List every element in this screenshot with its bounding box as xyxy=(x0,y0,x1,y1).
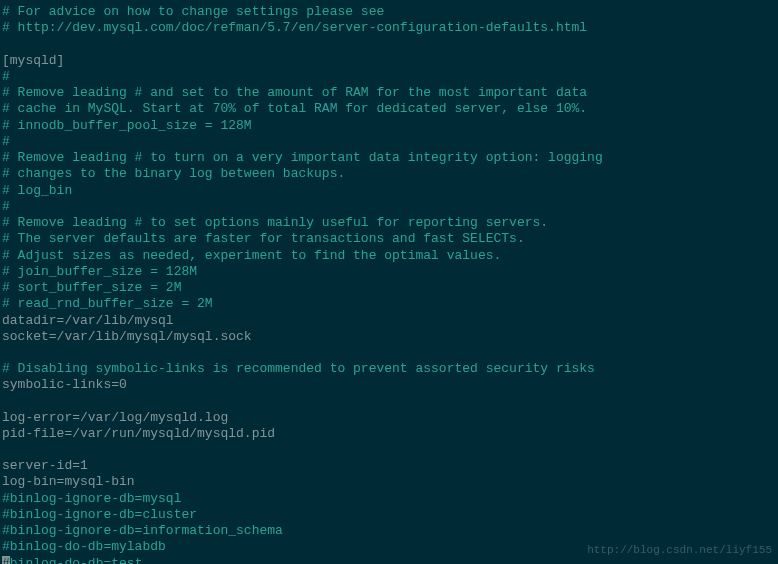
cursor: # xyxy=(2,556,10,565)
config-line: [mysqld] xyxy=(2,53,776,69)
config-line: # xyxy=(2,199,776,215)
config-line: # innodb_buffer_pool_size = 128M xyxy=(2,118,776,134)
config-line xyxy=(2,442,776,458)
config-line: symbolic-links=0 xyxy=(2,377,776,393)
config-line: log-bin=mysql-bin xyxy=(2,474,776,490)
config-line: # log_bin xyxy=(2,183,776,199)
watermark: http://blog.csdn.net/liyf155 xyxy=(587,544,772,558)
config-line: # sort_buffer_size = 2M xyxy=(2,280,776,296)
config-line xyxy=(2,394,776,410)
config-line: # cache in MySQL. Start at 70% of total … xyxy=(2,101,776,117)
config-line xyxy=(2,345,776,361)
config-line: # Remove leading # to set options mainly… xyxy=(2,215,776,231)
config-line: # Remove leading # to turn on a very imp… xyxy=(2,150,776,166)
config-line: # read_rnd_buffer_size = 2M xyxy=(2,296,776,312)
config-line xyxy=(2,37,776,53)
cursor-line-rest: binlog-do-db=test xyxy=(10,556,143,565)
config-line: socket=/var/lib/mysql/mysql.sock xyxy=(2,329,776,345)
config-line: # http://dev.mysql.com/doc/refman/5.7/en… xyxy=(2,20,776,36)
terminal-editor[interactable]: # For advice on how to change settings p… xyxy=(2,4,776,556)
config-line: # xyxy=(2,134,776,150)
config-line: # For advice on how to change settings p… xyxy=(2,4,776,20)
config-line: server-id=1 xyxy=(2,458,776,474)
config-line: log-error=/var/log/mysqld.log xyxy=(2,410,776,426)
config-line: #binlog-ignore-db=cluster xyxy=(2,507,776,523)
config-line: # Adjust sizes as needed, experiment to … xyxy=(2,248,776,264)
config-line: # Remove leading # and set to the amount… xyxy=(2,85,776,101)
config-line: #binlog-ignore-db=mysql xyxy=(2,491,776,507)
config-line: # Disabling symbolic-links is recommende… xyxy=(2,361,776,377)
config-line: # changes to the binary log between back… xyxy=(2,166,776,182)
config-line: # The server defaults are faster for tra… xyxy=(2,231,776,247)
config-line: pid-file=/var/run/mysqld/mysqld.pid xyxy=(2,426,776,442)
config-line: #binlog-ignore-db=information_schema xyxy=(2,523,776,539)
config-line: datadir=/var/lib/mysql xyxy=(2,313,776,329)
config-line: # xyxy=(2,69,776,85)
config-line: # join_buffer_size = 128M xyxy=(2,264,776,280)
